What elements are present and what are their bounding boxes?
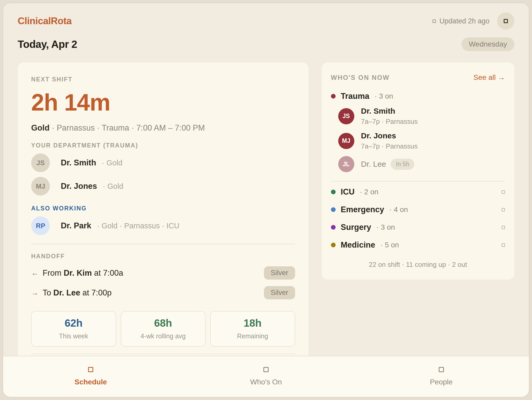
clock-icon — [263, 367, 269, 372]
handoff-to-text: To Dr. Lee at 7:00p — [43, 288, 111, 298]
divider — [31, 354, 295, 354]
shift-countdown: 2h 14m — [31, 89, 295, 116]
team-badge: Silver — [264, 286, 295, 299]
dept-row-emergency[interactable]: Emergency · 4 on — [331, 201, 505, 218]
dept-count: · 4 on — [389, 205, 408, 214]
nav-tab-people[interactable]: People — [354, 356, 529, 397]
arrow-right-icon: → — [31, 289, 43, 297]
stat-value: 68h — [124, 317, 203, 329]
dept-row-medicine[interactable]: Medicine · 5 on — [331, 236, 505, 254]
chevron-right-icon — [502, 243, 505, 247]
chevron-right-icon — [502, 208, 505, 211]
nav-label: Who's On — [250, 378, 282, 386]
team-badge: Silver — [264, 266, 295, 280]
dept-name: Surgery — [341, 223, 371, 232]
next-shift-card: NEXT SHIFT 2h 14m Gold · Parnassus · Tra… — [18, 62, 309, 393]
stat-value: 18h — [213, 317, 292, 329]
dept-row-surgery[interactable]: Surgery · 3 on — [331, 218, 505, 236]
also-working-label: ALSO WORKING — [31, 205, 295, 212]
handoff-to-row: → To Dr. Lee at 7:00p Silver — [31, 286, 295, 299]
staff-row: JL Dr. Lee In 5h — [338, 156, 505, 172]
weekday-badge: Wednesday — [462, 37, 514, 51]
shift-summary: 22 on shift · 11 coming up · 2 out — [331, 261, 505, 269]
stat-remaining: 18h Remaining — [210, 311, 295, 347]
upcoming-badge: In 5h — [391, 159, 414, 170]
dept-name: Medicine — [341, 240, 375, 250]
app-title: ClinicalRota — [18, 16, 72, 27]
medicine-dot-icon — [331, 243, 336, 247]
dept-count: · 2 on — [360, 188, 378, 196]
user-icon — [504, 19, 508, 23]
dept-row-icu[interactable]: ICU · 2 on — [331, 183, 505, 201]
divider — [331, 181, 505, 182]
dept-name: Trauma — [341, 92, 369, 101]
divider — [31, 244, 295, 244]
avatar: MJ — [31, 177, 50, 196]
chevron-right-icon — [502, 226, 505, 229]
handoff-to-name: Dr. Lee — [53, 288, 80, 297]
arrow-left-icon: ← — [31, 269, 43, 277]
stat-label: Remaining — [213, 332, 292, 340]
staff-name: Dr. Lee — [361, 160, 386, 169]
emergency-dot-icon — [331, 207, 336, 212]
dept-name: ICU — [341, 187, 355, 197]
bottom-nav: Schedule Who's On People — [3, 356, 529, 397]
trauma-dot-icon — [331, 94, 336, 99]
avatar: MJ — [338, 133, 354, 149]
avatar: JS — [338, 108, 354, 124]
next-shift-label: NEXT SHIFT — [31, 76, 295, 83]
staff-row: JS Dr. Smith 7a–7p · Parnassus — [338, 107, 505, 126]
updated-text: Updated 2h ago — [440, 17, 489, 25]
avatar: RP — [31, 216, 50, 235]
department-member-row: MJ Dr. Jones · Gold — [31, 177, 295, 196]
handoff-from-name: Dr. Kim — [64, 268, 92, 278]
nav-label: People — [430, 378, 453, 386]
dept-count: · 3 on — [375, 92, 393, 100]
member-name: Dr. Park — [61, 221, 91, 230]
avatar: JL — [338, 156, 354, 172]
dept-count: · 5 on — [380, 241, 399, 249]
department-label: YOUR DEPARTMENT (TRAUMA) — [31, 142, 295, 149]
member-meta: · Gold — [103, 182, 123, 191]
handoff-from-text: From Dr. Kim at 7:00a — [43, 268, 123, 278]
staff-name: Dr. Smith — [361, 107, 418, 115]
stat-label: 4-wk rolling avg — [124, 332, 203, 340]
calendar-icon — [88, 367, 93, 372]
refresh-icon — [433, 20, 436, 23]
nav-label: Schedule — [75, 378, 107, 386]
see-all-link[interactable]: See all → — [474, 73, 505, 82]
whos-on-panel: WHO'S ON NOW See all → Trauma · 3 on JS … — [322, 62, 514, 280]
shift-team: Gold — [31, 123, 50, 132]
people-icon — [439, 367, 444, 372]
user-avatar[interactable] — [497, 12, 514, 30]
stat-rolling-avg: 68h 4-wk rolling avg — [121, 311, 206, 347]
stats-row: 62h This week 68h 4-wk rolling avg 18h R… — [31, 311, 295, 347]
member-meta: · Gold · Parnassus · ICU — [97, 222, 179, 230]
staff-row: MJ Dr. Jones 7a–7p · Parnassus — [338, 131, 505, 150]
staff-shift: 7a–7p · Parnassus — [361, 118, 418, 126]
chevron-right-icon — [502, 190, 505, 194]
app-window: ClinicalRota Updated 2h ago Today, Apr 2… — [3, 3, 529, 397]
stat-value: 62h — [34, 317, 113, 329]
dept-row-trauma: Trauma · 3 on — [331, 92, 505, 101]
dept-count: · 3 on — [376, 223, 395, 231]
handoff-label: HANDOFF — [31, 253, 295, 260]
page-title: Today, Apr 2 — [18, 38, 77, 50]
nav-tab-schedule[interactable]: Schedule — [3, 356, 178, 397]
whos-on-title: WHO'S ON NOW — [331, 74, 390, 81]
also-working-member-row: RP Dr. Park · Gold · Parnassus · ICU — [31, 216, 295, 235]
surgery-dot-icon — [331, 225, 336, 230]
staff-shift: 7a–7p · Parnassus — [361, 142, 418, 150]
member-meta: · Gold — [102, 159, 122, 167]
stat-this-week: 62h This week — [31, 311, 116, 347]
header: ClinicalRota Updated 2h ago Today, Apr 2… — [3, 3, 529, 51]
handoff-from-row: ← From Dr. Kim at 7:00a Silver — [31, 266, 295, 280]
department-member-row: JS Dr. Smith · Gold — [31, 153, 295, 172]
member-name: Dr. Jones — [61, 182, 97, 191]
nav-tab-whos-on[interactable]: Who's On — [178, 356, 354, 397]
shift-meta-rest: · Parnassus · Trauma · 7:00 AM – 7:00 PM — [52, 123, 205, 132]
member-name: Dr. Smith — [61, 158, 96, 167]
dept-name: Emergency — [341, 205, 384, 214]
shift-meta: Gold · Parnassus · Trauma · 7:00 AM – 7:… — [31, 123, 295, 133]
icu-dot-icon — [331, 190, 336, 194]
